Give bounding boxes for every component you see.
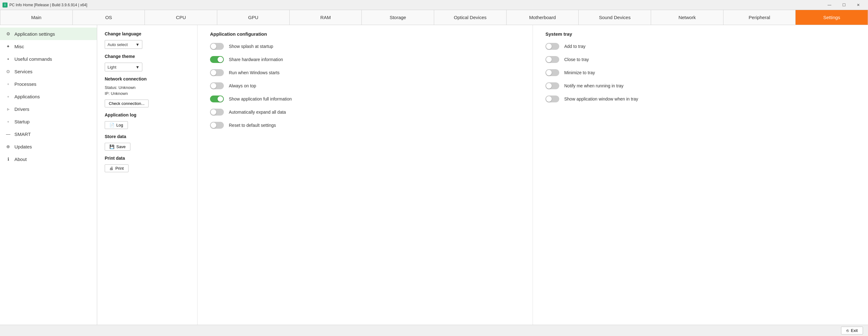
label-expand-all: Automatically expand all data bbox=[229, 110, 286, 114]
save-button[interactable]: 💾 Save bbox=[105, 143, 130, 150]
store-data-heading: Store data bbox=[105, 134, 190, 139]
save-icon: 💾 bbox=[110, 144, 115, 149]
tab-peripheral[interactable]: Peripheral bbox=[723, 10, 796, 25]
toggle-minimize-to-tray[interactable] bbox=[546, 69, 559, 76]
language-dropdown[interactable]: Auto select ▼ bbox=[105, 40, 142, 49]
toggle-knob-run-windows bbox=[211, 70, 216, 75]
services-icon: ⊙ bbox=[5, 68, 11, 74]
main-layout: ⚙ Application settings ✦ Misc ▪ Useful c… bbox=[0, 25, 868, 325]
config-row-add-to-tray: Add to tray bbox=[546, 43, 856, 50]
gear-icon: ⚙ bbox=[5, 31, 11, 37]
sidebar-item-services[interactable]: ⊙ Services bbox=[0, 65, 97, 78]
theme-value: Light bbox=[107, 65, 116, 69]
theme-dropdown[interactable]: Light ▼ bbox=[105, 63, 142, 71]
tab-optical-devices[interactable]: Optical Devices bbox=[434, 10, 506, 25]
toggle-expand-all[interactable] bbox=[210, 109, 224, 115]
applications-icon: ▫ bbox=[5, 93, 11, 100]
network-status: Status: Unknown bbox=[105, 85, 190, 90]
log-label: Log bbox=[116, 123, 123, 128]
config-row-close-to-tray: Close to tray bbox=[546, 56, 856, 63]
toggle-full-info[interactable] bbox=[210, 96, 224, 102]
toggle-close-to-tray[interactable] bbox=[546, 56, 559, 63]
sidebar-label-services: Services bbox=[14, 69, 33, 74]
sidebar: ⚙ Application settings ✦ Misc ▪ Useful c… bbox=[0, 25, 97, 325]
toggle-knob-minimize-to-tray bbox=[546, 70, 552, 75]
print-label: Print bbox=[115, 166, 124, 171]
sidebar-item-startup[interactable]: ▫ Startup bbox=[0, 115, 97, 128]
config-row-show-window-tray: Show application window when in tray bbox=[546, 96, 856, 102]
sidebar-label-about: About bbox=[14, 157, 27, 162]
minimize-button[interactable]: — bbox=[822, 0, 837, 10]
sidebar-item-application-settings[interactable]: ⚙ Application settings bbox=[0, 28, 97, 40]
exit-icon: ⎋ bbox=[846, 328, 849, 333]
toggle-always-on-top[interactable] bbox=[210, 82, 224, 89]
tab-gpu[interactable]: GPU bbox=[217, 10, 290, 25]
title-bar: i PC Info Home [Release | Build 3.9.6.91… bbox=[0, 0, 868, 10]
toggle-knob-full-info bbox=[218, 96, 223, 102]
label-show-window-tray: Show application window when in tray bbox=[564, 96, 638, 101]
tab-storage[interactable]: Storage bbox=[362, 10, 434, 25]
sidebar-item-about[interactable]: ℹ About bbox=[0, 153, 97, 165]
log-icon: 📄 bbox=[110, 123, 115, 128]
exit-button[interactable]: ⎋ Exit bbox=[841, 327, 863, 334]
settings-panel-left: Change language Auto select ▼ Change the… bbox=[97, 25, 197, 325]
toggle-show-splash[interactable] bbox=[210, 43, 224, 50]
restore-button[interactable]: ☐ bbox=[837, 0, 851, 10]
toggle-reset-default[interactable] bbox=[210, 122, 224, 129]
toggle-run-windows[interactable] bbox=[210, 69, 224, 76]
smart-icon: — bbox=[5, 131, 11, 137]
config-row-run-windows: Run when Windows starts bbox=[210, 69, 520, 76]
sidebar-item-updates[interactable]: ⊕ Updates bbox=[0, 140, 97, 153]
toggle-notify-tray[interactable] bbox=[546, 82, 559, 89]
print-button[interactable]: 🖨 Print bbox=[105, 164, 128, 172]
config-row-always-on-top: Always on top bbox=[210, 82, 520, 89]
toggle-add-to-tray[interactable] bbox=[546, 43, 559, 50]
log-button[interactable]: 📄 Log bbox=[105, 121, 128, 129]
tab-settings[interactable]: Settings bbox=[796, 10, 868, 25]
config-row-reset-default: Reset to default settings bbox=[210, 122, 520, 129]
tab-main[interactable]: Main bbox=[0, 10, 73, 25]
label-minimize-to-tray: Minimize to tray bbox=[564, 70, 595, 75]
system-tray-heading: System tray bbox=[546, 31, 856, 37]
network-ip: IP: Unknown bbox=[105, 91, 190, 96]
footer: ⎋ Exit bbox=[0, 325, 868, 336]
language-dropdown-arrow: ▼ bbox=[135, 42, 140, 47]
sidebar-label-application-settings: Application settings bbox=[14, 31, 55, 37]
system-tray-panel: System tray Add to tray Close to tray Mi… bbox=[533, 25, 868, 325]
sidebar-item-applications[interactable]: ▫ Applications bbox=[0, 90, 97, 103]
exit-label: Exit bbox=[851, 328, 858, 333]
config-row-expand-all: Automatically expand all data bbox=[210, 109, 520, 115]
sidebar-item-smart[interactable]: — SMART bbox=[0, 128, 97, 140]
label-share-hardware: Share hardware information bbox=[229, 57, 283, 62]
sidebar-item-processes[interactable]: ▫ Processes bbox=[0, 78, 97, 90]
config-row-share-hardware: Share hardware information bbox=[210, 56, 520, 63]
toggle-knob-reset-default bbox=[211, 123, 216, 128]
tab-ram[interactable]: RAM bbox=[290, 10, 362, 25]
sidebar-item-useful-commands[interactable]: ▪ Useful commands bbox=[0, 53, 97, 65]
network-connection-heading: Network connection bbox=[105, 76, 190, 81]
close-button[interactable]: ✕ bbox=[851, 0, 866, 10]
sidebar-label-startup: Startup bbox=[14, 119, 29, 124]
tab-motherboard[interactable]: Motherboard bbox=[506, 10, 579, 25]
title-bar-controls: — ☐ ✕ bbox=[822, 0, 866, 10]
sidebar-item-misc[interactable]: ✦ Misc bbox=[0, 40, 97, 53]
config-row-show-splash: Show splash at startup bbox=[210, 43, 520, 50]
sidebar-item-drivers[interactable]: ▹ Drivers bbox=[0, 103, 97, 115]
toggle-knob-add-to-tray bbox=[546, 43, 552, 49]
toggle-show-window-tray[interactable] bbox=[546, 96, 559, 102]
tab-network[interactable]: Network bbox=[651, 10, 723, 25]
config-row-notify-tray: Notify me when running in tray bbox=[546, 82, 856, 89]
label-notify-tray: Notify me when running in tray bbox=[564, 83, 623, 88]
tab-cpu[interactable]: CPU bbox=[145, 10, 217, 25]
nav-tabs: Main OS CPU GPU RAM Storage Optical Devi… bbox=[0, 10, 868, 25]
toggle-share-hardware[interactable] bbox=[210, 56, 224, 63]
sidebar-label-applications: Applications bbox=[14, 94, 40, 99]
app-config-panel: Application configuration Show splash at… bbox=[197, 25, 533, 325]
tab-sound-devices[interactable]: Sound Devices bbox=[579, 10, 651, 25]
processes-icon: ▫ bbox=[5, 81, 11, 87]
startup-icon: ▫ bbox=[5, 119, 11, 125]
tab-os[interactable]: OS bbox=[73, 10, 145, 25]
toggle-knob-close-to-tray bbox=[546, 57, 552, 62]
sidebar-label-drivers: Drivers bbox=[14, 106, 29, 112]
check-connection-button[interactable]: Check connection... bbox=[105, 100, 149, 107]
